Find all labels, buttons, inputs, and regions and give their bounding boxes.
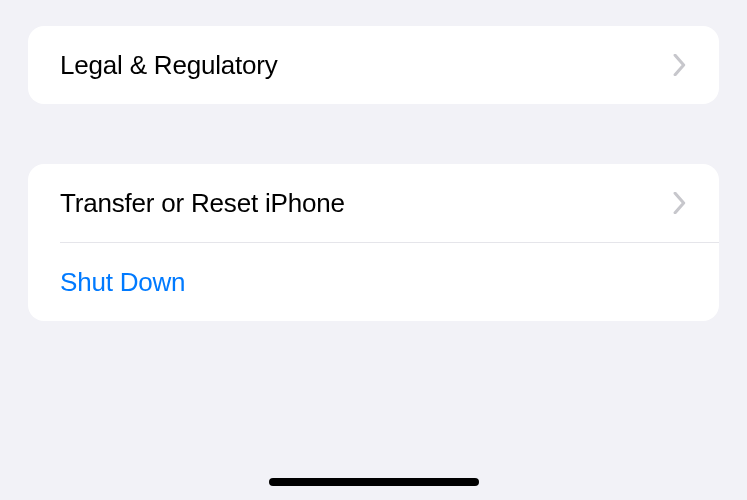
legal-regulatory-row[interactable]: Legal & Regulatory: [28, 26, 719, 104]
settings-group-legal: Legal & Regulatory: [28, 26, 719, 104]
chevron-right-icon: [673, 54, 687, 76]
shut-down-label: Shut Down: [60, 267, 185, 298]
home-indicator[interactable]: [269, 478, 479, 486]
shut-down-row[interactable]: Shut Down: [28, 243, 719, 321]
chevron-right-icon: [673, 192, 687, 214]
transfer-reset-label: Transfer or Reset iPhone: [60, 188, 345, 219]
transfer-reset-row[interactable]: Transfer or Reset iPhone: [28, 164, 719, 242]
settings-group-reset: Transfer or Reset iPhone Shut Down: [28, 164, 719, 321]
legal-regulatory-label: Legal & Regulatory: [60, 50, 278, 81]
